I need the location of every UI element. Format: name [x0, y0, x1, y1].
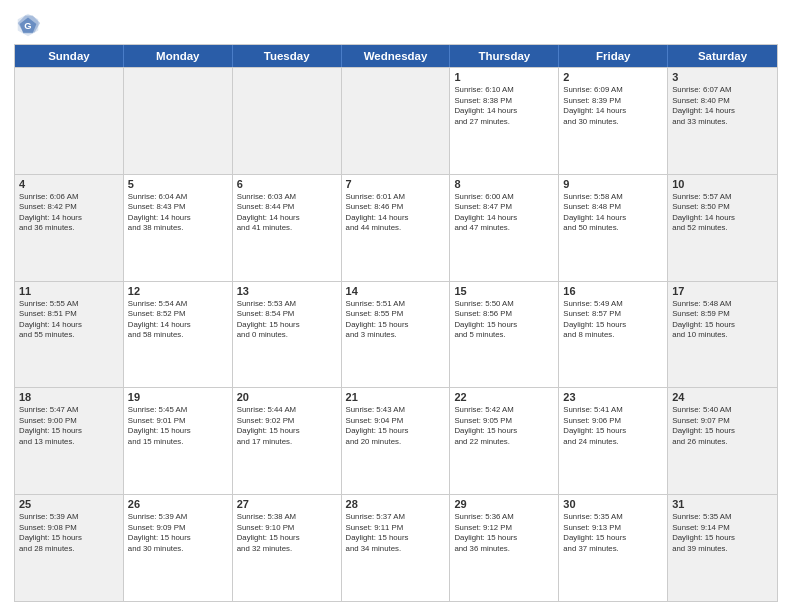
day-number: 29 [454, 498, 554, 510]
cal-cell-17: 17Sunrise: 5:48 AM Sunset: 8:59 PM Dayli… [668, 282, 777, 388]
calendar-row-3: 18Sunrise: 5:47 AM Sunset: 9:00 PM Dayli… [15, 387, 777, 494]
day-info: Sunrise: 5:51 AM Sunset: 8:55 PM Dayligh… [346, 299, 446, 341]
day-number: 17 [672, 285, 773, 297]
cal-cell-empty-0-1 [124, 68, 233, 174]
cal-cell-19: 19Sunrise: 5:45 AM Sunset: 9:01 PM Dayli… [124, 388, 233, 494]
day-number: 25 [19, 498, 119, 510]
day-number: 28 [346, 498, 446, 510]
day-info: Sunrise: 5:44 AM Sunset: 9:02 PM Dayligh… [237, 405, 337, 447]
day-number: 4 [19, 178, 119, 190]
day-info: Sunrise: 5:48 AM Sunset: 8:59 PM Dayligh… [672, 299, 773, 341]
day-info: Sunrise: 6:00 AM Sunset: 8:47 PM Dayligh… [454, 192, 554, 234]
cal-cell-27: 27Sunrise: 5:38 AM Sunset: 9:10 PM Dayli… [233, 495, 342, 601]
header-day-tuesday: Tuesday [233, 45, 342, 67]
day-number: 16 [563, 285, 663, 297]
day-info: Sunrise: 6:01 AM Sunset: 8:46 PM Dayligh… [346, 192, 446, 234]
day-number: 18 [19, 391, 119, 403]
day-info: Sunrise: 5:47 AM Sunset: 9:00 PM Dayligh… [19, 405, 119, 447]
day-info: Sunrise: 5:53 AM Sunset: 8:54 PM Dayligh… [237, 299, 337, 341]
header-day-wednesday: Wednesday [342, 45, 451, 67]
day-info: Sunrise: 5:55 AM Sunset: 8:51 PM Dayligh… [19, 299, 119, 341]
day-number: 10 [672, 178, 773, 190]
day-number: 1 [454, 71, 554, 83]
logo-icon: G [14, 10, 42, 38]
cal-cell-26: 26Sunrise: 5:39 AM Sunset: 9:09 PM Dayli… [124, 495, 233, 601]
calendar-row-4: 25Sunrise: 5:39 AM Sunset: 9:08 PM Dayli… [15, 494, 777, 601]
day-info: Sunrise: 6:09 AM Sunset: 8:39 PM Dayligh… [563, 85, 663, 127]
day-number: 30 [563, 498, 663, 510]
day-number: 31 [672, 498, 773, 510]
day-number: 23 [563, 391, 663, 403]
cal-cell-31: 31Sunrise: 5:35 AM Sunset: 9:14 PM Dayli… [668, 495, 777, 601]
cal-cell-29: 29Sunrise: 5:36 AM Sunset: 9:12 PM Dayli… [450, 495, 559, 601]
day-info: Sunrise: 5:54 AM Sunset: 8:52 PM Dayligh… [128, 299, 228, 341]
cal-cell-5: 5Sunrise: 6:04 AM Sunset: 8:43 PM Daylig… [124, 175, 233, 281]
day-number: 22 [454, 391, 554, 403]
day-info: Sunrise: 5:40 AM Sunset: 9:07 PM Dayligh… [672, 405, 773, 447]
calendar-row-1: 4Sunrise: 6:06 AM Sunset: 8:42 PM Daylig… [15, 174, 777, 281]
logo: G [14, 10, 44, 38]
day-number: 24 [672, 391, 773, 403]
day-number: 14 [346, 285, 446, 297]
day-info: Sunrise: 5:35 AM Sunset: 9:13 PM Dayligh… [563, 512, 663, 554]
day-info: Sunrise: 6:10 AM Sunset: 8:38 PM Dayligh… [454, 85, 554, 127]
day-info: Sunrise: 5:37 AM Sunset: 9:11 PM Dayligh… [346, 512, 446, 554]
day-info: Sunrise: 5:39 AM Sunset: 9:09 PM Dayligh… [128, 512, 228, 554]
day-info: Sunrise: 6:03 AM Sunset: 8:44 PM Dayligh… [237, 192, 337, 234]
day-number: 13 [237, 285, 337, 297]
cal-cell-15: 15Sunrise: 5:50 AM Sunset: 8:56 PM Dayli… [450, 282, 559, 388]
cal-cell-23: 23Sunrise: 5:41 AM Sunset: 9:06 PM Dayli… [559, 388, 668, 494]
day-info: Sunrise: 5:41 AM Sunset: 9:06 PM Dayligh… [563, 405, 663, 447]
header-day-thursday: Thursday [450, 45, 559, 67]
header-day-friday: Friday [559, 45, 668, 67]
day-info: Sunrise: 5:57 AM Sunset: 8:50 PM Dayligh… [672, 192, 773, 234]
cal-cell-2: 2Sunrise: 6:09 AM Sunset: 8:39 PM Daylig… [559, 68, 668, 174]
cal-cell-empty-0-3 [342, 68, 451, 174]
cal-cell-empty-0-0 [15, 68, 124, 174]
cal-cell-6: 6Sunrise: 6:03 AM Sunset: 8:44 PM Daylig… [233, 175, 342, 281]
day-number: 20 [237, 391, 337, 403]
calendar-body: 1Sunrise: 6:10 AM Sunset: 8:38 PM Daylig… [15, 67, 777, 601]
day-number: 26 [128, 498, 228, 510]
cal-cell-8: 8Sunrise: 6:00 AM Sunset: 8:47 PM Daylig… [450, 175, 559, 281]
cal-cell-18: 18Sunrise: 5:47 AM Sunset: 9:00 PM Dayli… [15, 388, 124, 494]
day-number: 5 [128, 178, 228, 190]
calendar-row-2: 11Sunrise: 5:55 AM Sunset: 8:51 PM Dayli… [15, 281, 777, 388]
cal-cell-13: 13Sunrise: 5:53 AM Sunset: 8:54 PM Dayli… [233, 282, 342, 388]
svg-text:G: G [24, 21, 31, 31]
cal-cell-7: 7Sunrise: 6:01 AM Sunset: 8:46 PM Daylig… [342, 175, 451, 281]
cal-cell-22: 22Sunrise: 5:42 AM Sunset: 9:05 PM Dayli… [450, 388, 559, 494]
day-number: 27 [237, 498, 337, 510]
cal-cell-1: 1Sunrise: 6:10 AM Sunset: 8:38 PM Daylig… [450, 68, 559, 174]
cal-cell-4: 4Sunrise: 6:06 AM Sunset: 8:42 PM Daylig… [15, 175, 124, 281]
day-info: Sunrise: 5:35 AM Sunset: 9:14 PM Dayligh… [672, 512, 773, 554]
cal-cell-9: 9Sunrise: 5:58 AM Sunset: 8:48 PM Daylig… [559, 175, 668, 281]
cal-cell-24: 24Sunrise: 5:40 AM Sunset: 9:07 PM Dayli… [668, 388, 777, 494]
calendar-row-0: 1Sunrise: 6:10 AM Sunset: 8:38 PM Daylig… [15, 67, 777, 174]
header-day-sunday: Sunday [15, 45, 124, 67]
page: G SundayMondayTuesdayWednesdayThursdayFr… [0, 0, 792, 612]
day-number: 6 [237, 178, 337, 190]
cal-cell-empty-0-2 [233, 68, 342, 174]
cal-cell-28: 28Sunrise: 5:37 AM Sunset: 9:11 PM Dayli… [342, 495, 451, 601]
day-number: 2 [563, 71, 663, 83]
day-info: Sunrise: 5:45 AM Sunset: 9:01 PM Dayligh… [128, 405, 228, 447]
cal-cell-11: 11Sunrise: 5:55 AM Sunset: 8:51 PM Dayli… [15, 282, 124, 388]
day-number: 21 [346, 391, 446, 403]
header-day-saturday: Saturday [668, 45, 777, 67]
day-info: Sunrise: 5:39 AM Sunset: 9:08 PM Dayligh… [19, 512, 119, 554]
day-info: Sunrise: 5:36 AM Sunset: 9:12 PM Dayligh… [454, 512, 554, 554]
day-info: Sunrise: 5:50 AM Sunset: 8:56 PM Dayligh… [454, 299, 554, 341]
cal-cell-3: 3Sunrise: 6:07 AM Sunset: 8:40 PM Daylig… [668, 68, 777, 174]
day-info: Sunrise: 5:58 AM Sunset: 8:48 PM Dayligh… [563, 192, 663, 234]
calendar: SundayMondayTuesdayWednesdayThursdayFrid… [14, 44, 778, 602]
cal-cell-10: 10Sunrise: 5:57 AM Sunset: 8:50 PM Dayli… [668, 175, 777, 281]
day-info: Sunrise: 5:42 AM Sunset: 9:05 PM Dayligh… [454, 405, 554, 447]
day-info: Sunrise: 5:38 AM Sunset: 9:10 PM Dayligh… [237, 512, 337, 554]
cal-cell-12: 12Sunrise: 5:54 AM Sunset: 8:52 PM Dayli… [124, 282, 233, 388]
day-number: 15 [454, 285, 554, 297]
day-number: 12 [128, 285, 228, 297]
calendar-header: SundayMondayTuesdayWednesdayThursdayFrid… [15, 45, 777, 67]
day-number: 9 [563, 178, 663, 190]
header: G [14, 10, 778, 38]
